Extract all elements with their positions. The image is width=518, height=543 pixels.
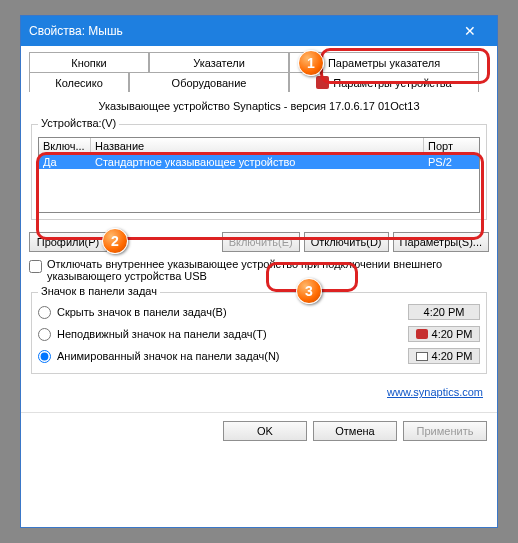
tray-group-title: Значок в панели задач — [38, 285, 160, 297]
tab-hardware[interactable]: Оборудование — [129, 72, 289, 92]
dialog-footer: OK Отмена Применить — [21, 412, 497, 449]
tab-device-settings[interactable]: Параметры устройства — [289, 72, 479, 92]
titlebar: Свойства: Мышь ✕ — [21, 16, 497, 46]
cancel-button[interactable]: Отмена — [313, 421, 397, 441]
apply-button: Применить — [403, 421, 487, 441]
synaptics-link[interactable]: www.synaptics.com — [29, 382, 489, 398]
annotation-badge-1: 1 — [298, 50, 324, 76]
tray-label-animated: Анимированный значок на панели задач(N) — [57, 350, 402, 362]
enable-button: Включить(E) — [222, 232, 300, 252]
tray-preview-animated: 4:20 PM — [408, 348, 480, 364]
tray-icon-group: Значок в панели задач Скрыть значок в па… — [31, 292, 487, 374]
cell-port: PS/2 — [424, 155, 479, 169]
synaptics-icon — [316, 76, 329, 89]
touchpad-icon — [416, 352, 428, 361]
profiles-button[interactable]: Профили(P) — [29, 232, 107, 252]
tray-radio-animated[interactable] — [38, 350, 51, 363]
disable-internal-checkbox-row: Отключать внутреннее указывающее устройс… — [29, 256, 489, 288]
disable-button[interactable]: Отключить(D) — [304, 232, 389, 252]
col-name[interactable]: Название — [91, 138, 424, 154]
annotation-badge-3: 3 — [296, 278, 322, 304]
tabs-area: Кнопки Указатели Параметры указателя Кол… — [29, 52, 489, 94]
ok-button[interactable]: OK — [223, 421, 307, 441]
cell-enabled: Да — [39, 155, 91, 169]
params-button[interactable]: Параметры(S)... — [393, 232, 489, 252]
devices-group: Устройства:(V) Включ... Название Порт Да… — [31, 124, 487, 220]
devices-group-title: Устройства:(V) — [38, 117, 119, 129]
tray-preview-static: 4:20 PM — [408, 326, 480, 342]
tray-preview-hide: 4:20 PM — [408, 304, 480, 320]
synaptics-icon — [416, 329, 428, 339]
tab-wheel[interactable]: Колесико — [29, 72, 129, 92]
tray-radio-static[interactable] — [38, 328, 51, 341]
col-port[interactable]: Порт — [424, 138, 479, 154]
window-title: Свойства: Мышь — [29, 24, 451, 38]
properties-dialog: Свойства: Мышь ✕ Кнопки Указатели Параме… — [20, 15, 498, 528]
tray-radio-hide[interactable] — [38, 306, 51, 319]
device-row[interactable]: Да Стандартное указывающее устройство PS… — [39, 155, 479, 169]
device-buttons-row: Профили(P) Включить(E) Отключить(D) Пара… — [29, 228, 489, 256]
col-enabled[interactable]: Включ... — [39, 138, 91, 154]
tray-label-static: Неподвижный значок на панели задач(T) — [57, 328, 402, 340]
tray-label-hide: Скрыть значок в панели задач(B) — [57, 306, 402, 318]
tab-buttons[interactable]: Кнопки — [29, 52, 149, 72]
disable-internal-checkbox[interactable] — [29, 260, 42, 273]
close-icon[interactable]: ✕ — [451, 16, 489, 46]
device-list-header: Включ... Название Порт — [39, 138, 479, 155]
cell-name: Стандартное указывающее устройство — [91, 155, 424, 169]
tab-pointers[interactable]: Указатели — [149, 52, 289, 72]
device-list[interactable]: Включ... Название Порт Да Стандартное ук… — [38, 137, 480, 213]
disable-internal-label: Отключать внутреннее указывающее устройс… — [47, 258, 489, 282]
annotation-badge-2: 2 — [102, 228, 128, 254]
